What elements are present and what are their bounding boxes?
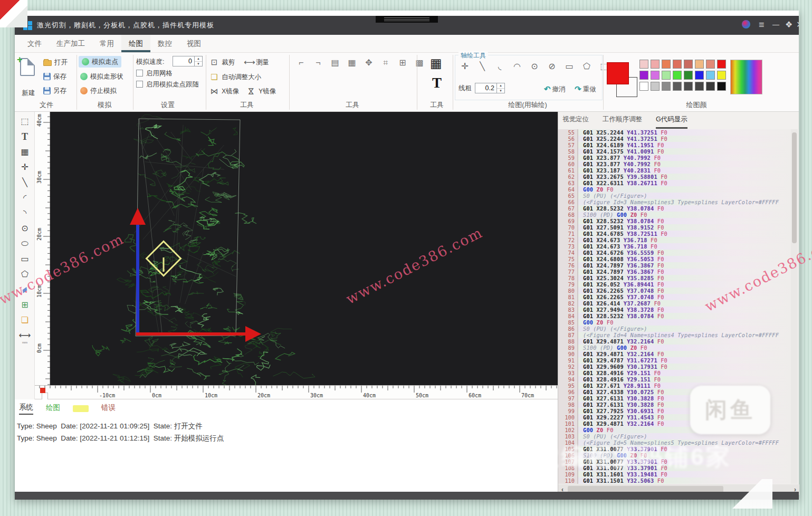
- palette-swatch[interactable]: [717, 82, 726, 91]
- right-panel-tab[interactable]: 视觉定位: [562, 115, 589, 129]
- palette-swatch[interactable]: [717, 60, 726, 69]
- crop-button[interactable]: ⊡裁剪: [209, 56, 235, 68]
- log-tab[interactable]: 错误: [101, 403, 116, 414]
- path-corner-alt-icon[interactable]: ¬: [312, 57, 324, 69]
- palette-swatch[interactable]: [662, 60, 671, 69]
- rectangle-tool-icon[interactable]: ▭: [17, 253, 33, 266]
- menu-item[interactable]: 文件: [20, 35, 49, 52]
- sim-run-points-button[interactable]: 模拟走点: [79, 56, 121, 68]
- save-button[interactable]: 保存: [43, 71, 66, 82]
- palette-swatch[interactable]: [651, 60, 660, 69]
- palette-swatch[interactable]: [695, 71, 704, 80]
- column-adjust-icon[interactable]: ⌗: [380, 57, 391, 69]
- rect-tool-icon[interactable]: ▭: [564, 61, 575, 72]
- right-panel-tab[interactable]: G代码显示: [656, 115, 687, 129]
- palette-swatch[interactable]: [706, 60, 715, 69]
- palette-swatch[interactable]: [717, 71, 726, 80]
- log-tab[interactable]: 绘图: [46, 403, 60, 414]
- frame-tool-icon[interactable]: ⊞: [17, 299, 33, 312]
- gcode-row[interactable]: 60G01 X23.877 Y40.7992 F0: [558, 161, 791, 167]
- gcode-row[interactable]: 64G00 Z0 F0: [558, 186, 791, 193]
- follow-checkbox[interactable]: 启用模拟走点跟随: [136, 80, 199, 89]
- gcode-row[interactable]: 90G01 X29.4871 Y32.2164 F0: [558, 351, 791, 357]
- point-tool-icon[interactable]: ✛: [17, 161, 33, 175]
- autosize-tool-icon[interactable]: ❏: [17, 314, 33, 328]
- palette-swatch[interactable]: [651, 71, 660, 80]
- mirror-y-button[interactable]: ⋈Y镜像: [246, 85, 276, 97]
- log-tab[interactable]: 系统: [19, 403, 33, 415]
- gcode-row[interactable]: 93G01 X28.4916 Y29.151 F0: [558, 370, 791, 376]
- gcode-row[interactable]: 83G01 X27.9494 Y38.3728 F0: [558, 307, 791, 313]
- sim-speed-spinner[interactable]: 0 ▲▼: [173, 56, 203, 66]
- grid-fill-icon[interactable]: ▩: [414, 57, 425, 69]
- gcode-row[interactable]: 73G01 X24.673 Y36.718 F0: [558, 243, 791, 250]
- redo-button[interactable]: ↷重做: [575, 84, 596, 94]
- theme-sphere-icon[interactable]: [742, 20, 750, 28]
- gcode-row[interactable]: 68S100 (PD) G00 Z0 F0: [558, 212, 791, 218]
- line-tool-icon[interactable]: ╲: [477, 61, 488, 72]
- board-array-dense-icon[interactable]: ▦: [346, 57, 358, 69]
- circle-tool-icon[interactable]: ⊙: [17, 222, 33, 236]
- palette-swatch[interactable]: [684, 82, 693, 91]
- open-button[interactable]: 打开: [43, 56, 68, 68]
- spinner-buttons[interactable]: ▲▼: [194, 56, 202, 66]
- axis-adjust-icon[interactable]: ✥: [363, 57, 375, 69]
- gcode-row[interactable]: 59G01 X23.877 Y40.7992 F0: [558, 155, 791, 161]
- gcode-row[interactable]: 87(<Figure Id=4 Name=splines4 Type=splin…: [558, 332, 791, 338]
- gcode-row[interactable]: 65S0 (PU) (</Figure>): [558, 193, 791, 199]
- palette-swatch[interactable]: [673, 71, 682, 80]
- gcode-row[interactable]: 61G01 X23.187 Y40.2831 F0: [558, 167, 791, 174]
- hamburger-menu-icon[interactable]: ≡: [759, 20, 765, 30]
- path-corner-icon[interactable]: ⌐: [295, 57, 307, 69]
- gcode-row[interactable]: 58G01 X24.1575 Y41.0091 F0: [558, 148, 791, 155]
- gcode-row[interactable]: 55G01 X25.2244 Y41.37251 F0: [558, 129, 791, 136]
- ellipse-tool-icon[interactable]: ⊘: [547, 61, 557, 72]
- point-tool-icon[interactable]: ✛: [460, 61, 470, 72]
- menu-item[interactable]: 视图: [179, 35, 208, 52]
- arc-tool-icon[interactable]: ◟: [494, 61, 505, 72]
- menu-item[interactable]: 绘图: [121, 35, 150, 52]
- sim-stop-button[interactable]: 停止模拟: [80, 85, 117, 97]
- drawing-canvas[interactable]: WorkingSpeed:0.000 mm/sMouse XY:301.893 …: [50, 112, 558, 385]
- gcode-row[interactable]: 66(<Figure Id=3 Name=splines3 Type=splin…: [558, 199, 791, 205]
- gcode-row[interactable]: 85G00 Z0 F0: [558, 319, 791, 326]
- gcode-row[interactable]: 94G01 X28.4916 Y29.151 F0: [558, 376, 791, 383]
- arc-tool-icon[interactable]: ◜: [17, 192, 33, 205]
- circle-tool-icon[interactable]: ⊙: [529, 61, 540, 72]
- palette-swatch[interactable]: [695, 60, 704, 69]
- qrcode-button[interactable]: ▦: [430, 56, 442, 71]
- palette-swatch[interactable]: [695, 82, 704, 91]
- text-tool-button[interactable]: T: [432, 75, 442, 91]
- qrcode-tool-icon[interactable]: ▦: [17, 146, 33, 159]
- line-width-spinner[interactable]: 0.2 ▲▼: [475, 83, 505, 93]
- save-as-button[interactable]: 另存: [43, 85, 66, 97]
- gcode-row[interactable]: 88G01 X29.4871 Y32.2164 F0: [558, 338, 791, 345]
- gcode-row[interactable]: 75G01 X24.6808 Y36.5053 F0: [558, 256, 791, 262]
- gcode-row[interactable]: 84G01 X28.5232 Y38.0784 F0: [558, 313, 791, 319]
- sim-run-shapes-button[interactable]: 模拟走形状: [80, 71, 123, 82]
- gcode-row[interactable]: 81G01 X26.2265 Y37.0748 F0: [558, 294, 791, 300]
- gcode-row[interactable]: 76G01 X24.7897 Y36.3867 F0: [558, 262, 791, 269]
- gcode-row[interactable]: 89S100 (PD) G00 Z0 F0: [558, 345, 791, 351]
- measure-tool-icon[interactable]: ⟷mm: [17, 329, 33, 343]
- board-array-icon[interactable]: ▤: [329, 57, 341, 69]
- menu-item[interactable]: 常用: [92, 35, 121, 52]
- new-file-label[interactable]: 新建: [18, 89, 39, 98]
- right-panel-tab[interactable]: 工作顺序调整: [603, 115, 642, 129]
- current-color-swatch[interactable]: [607, 62, 629, 84]
- gcode-row[interactable]: 74G01 X24.6726 Y36.5559 F0: [558, 250, 791, 256]
- grid-checkbox[interactable]: 启用网格: [136, 69, 173, 78]
- gcode-row[interactable]: 82G01 X26.414 Y37.2687 F0: [558, 300, 791, 307]
- palette-swatch[interactable]: [706, 71, 715, 80]
- arc2-tool-icon[interactable]: ◝: [17, 207, 33, 221]
- gcode-row[interactable]: 71G01 X24.6785 Y38.72511 F0: [558, 231, 791, 237]
- grid-move-icon[interactable]: ⊞: [397, 57, 408, 69]
- palette-swatch[interactable]: [639, 71, 648, 80]
- palette-swatch[interactable]: [673, 60, 682, 69]
- palette-swatch[interactable]: [639, 82, 648, 91]
- gcode-row[interactable]: 70G01 X27.5091 Y38.9152 F0: [558, 224, 791, 231]
- text-tool-icon[interactable]: T: [17, 130, 33, 144]
- checkbox-icon[interactable]: [136, 70, 143, 77]
- undo-button[interactable]: ↶撤消: [544, 84, 566, 94]
- ellipse-tool-icon[interactable]: ⬭: [17, 237, 33, 251]
